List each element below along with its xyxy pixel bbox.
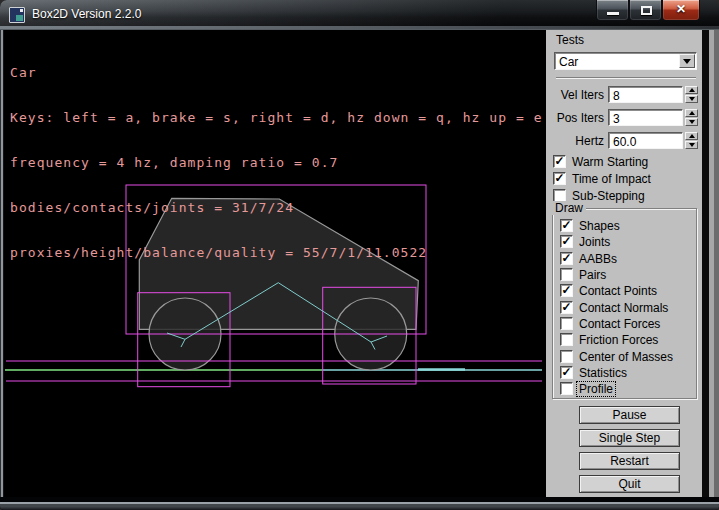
tests-dropdown[interactable]: Car [554,52,697,70]
hud-text: Car Keys: left = a, brake = s, right = d… [10,35,543,290]
arrow-up-icon [689,134,695,138]
window-border-bottom [0,497,719,510]
maximize-icon [641,6,652,15]
pos-iters-spinner: Pos Iters 3 [546,109,704,127]
hud-body-counts: bodies/contacts/joints = 31/7/24 [10,200,543,215]
vel-iters-up-button[interactable] [685,86,698,94]
contact-forces-checkbox[interactable] [560,317,573,330]
contact-points-checkbox[interactable]: ✓ [560,284,573,297]
separator [556,77,696,79]
window-border-right [702,30,719,497]
friction-forces-checkbox[interactable] [560,333,573,346]
shapes-checkbox[interactable]: ✓ [560,219,573,232]
tests-dropdown-value: Car [559,55,578,69]
draw-group-title: Draw [552,201,586,215]
close-icon: ✕ [663,2,699,16]
app-icon [9,7,25,23]
window-title: Box2D Version 2.2.0 [32,7,141,21]
pairs-checkbox[interactable] [560,268,573,281]
arrow-up-icon [689,88,695,92]
close-button[interactable]: ✕ [662,0,700,21]
hertz-spinner: Hertz 60.0 [546,132,704,150]
control-panel: Tests Car Vel Iters 8 Pos Iters 3 [544,30,702,497]
box2d-testbed-window: Box2D Version 2.2.0 ✕ [0,0,719,510]
pause-button[interactable]: Pause [579,406,680,424]
arrow-down-icon [689,143,695,147]
arrow-down-icon [689,97,695,101]
chevron-down-icon [683,59,691,64]
profile-checkbox[interactable] [560,382,573,395]
maximize-button[interactable] [629,0,662,21]
pos-iters-input[interactable]: 3 [608,109,683,126]
vel-iters-spinner: Vel Iters 8 [546,86,704,104]
statistics-checkbox[interactable]: ✓ [560,366,573,379]
hertz-up-button[interactable] [685,132,698,140]
tests-label: Tests [556,33,584,47]
minimize-icon [607,12,619,15]
hud-frequency: frequency = 4 hz, damping ratio = 0.7 [10,155,543,170]
tests-dropdown-button[interactable] [679,54,695,68]
pos-iters-up-button[interactable] [685,109,698,117]
hud-keys: Keys: left = a, brake = s, right = d, hz… [10,110,543,125]
aabbs-checkbox[interactable]: ✓ [560,252,573,265]
minimize-button[interactable] [596,0,629,21]
arrow-up-icon [689,111,695,115]
simulation-canvas[interactable]: Car Keys: left = a, brake = s, right = d… [4,30,544,497]
title-bar[interactable]: Box2D Version 2.2.0 ✕ [0,0,719,30]
single-step-button[interactable]: Single Step [579,429,680,447]
pos-iters-down-button[interactable] [685,118,698,126]
warm-starting-checkbox[interactable]: ✓ [553,155,566,168]
hud-proxy-stats: proxies/height/balance/quality = 55/7/1/… [10,245,543,260]
hud-test-name: Car [10,65,543,80]
arrow-down-icon [689,120,695,124]
center-of-masses-checkbox[interactable] [560,350,573,363]
joints-checkbox[interactable]: ✓ [560,235,573,248]
hertz-input[interactable]: 60.0 [608,132,683,149]
time-of-impact-checkbox[interactable]: ✓ [553,172,566,185]
quit-button[interactable]: Quit [579,475,680,493]
vel-iters-down-button[interactable] [685,95,698,103]
restart-button[interactable]: Restart [579,452,680,470]
contact-normals-checkbox[interactable]: ✓ [560,301,573,314]
vel-iters-input[interactable]: 8 [608,86,683,103]
hertz-down-button[interactable] [685,141,698,149]
